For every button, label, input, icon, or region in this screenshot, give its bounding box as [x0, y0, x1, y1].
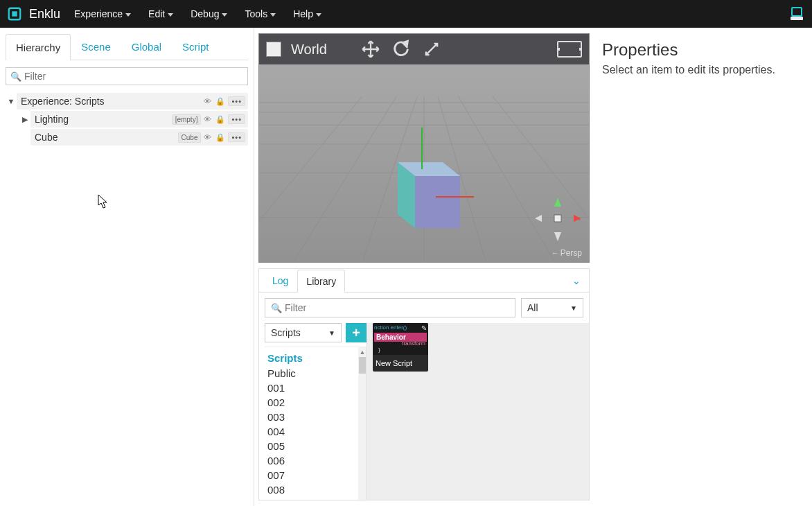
list-item[interactable]: Public: [265, 366, 367, 381]
search-icon: 🔍: [271, 303, 282, 313]
tab-library[interactable]: Library: [297, 270, 345, 293]
list-item[interactable]: 006: [265, 453, 367, 468]
top-menubar: Enklu Experience Edit Debug Tools Help: [0, 0, 812, 28]
main-menu: Experience Edit Debug Tools Help: [74, 8, 321, 19]
more-button[interactable]: •••: [228, 114, 245, 124]
scroll-up-icon[interactable]: ▲: [358, 347, 367, 357]
tree-item-label: Cube: [35, 132, 58, 143]
viewport-toolbar: World: [259, 34, 589, 64]
caret-icon: [222, 13, 227, 17]
behavior-badge: Behavior: [374, 333, 427, 342]
properties-panel: Properties Select an item to edit its pr…: [594, 28, 812, 506]
menu-experience[interactable]: Experience: [74, 8, 131, 19]
move-tool-icon[interactable]: [360, 39, 381, 60]
chevron-down-icon[interactable]: ⌄: [568, 271, 585, 290]
edit-icon: ✎: [421, 324, 427, 332]
tab-log[interactable]: Log: [263, 269, 297, 292]
tab-script[interactable]: Script: [172, 33, 219, 60]
cube-object[interactable]: [370, 128, 474, 238]
collapse-icon[interactable]: ▼: [6, 97, 17, 105]
tree-item-lighting[interactable]: ▶ Lighting [empty] 👁 🔒 •••: [6, 110, 248, 128]
script-name: New Script: [373, 355, 428, 372]
orientation-gizmo[interactable]: x: [533, 194, 582, 243]
svg-marker-19: [415, 176, 460, 228]
left-tabs: Hierarchy Scene Global Script: [6, 33, 248, 60]
brand-label: Enklu: [29, 7, 60, 21]
menu-edit[interactable]: Edit: [148, 8, 173, 19]
list-item[interactable]: 005: [265, 439, 367, 453]
menu-debug[interactable]: Debug: [191, 8, 227, 19]
tree-item-label: Lighting: [35, 114, 69, 125]
script-asset-card[interactable]: nction enter() Behavior ✎ transform } Ne…: [373, 323, 428, 372]
list-item[interactable]: 008: [265, 482, 367, 497]
rotate-tool-icon[interactable]: [391, 39, 412, 60]
library-content: nction enter() Behavior ✎ transform } Ne…: [367, 323, 589, 500]
caret-icon: [316, 13, 321, 17]
list-item[interactable]: 007: [265, 468, 367, 482]
visibility-icon[interactable]: 👁: [202, 97, 213, 105]
svg-rect-1: [12, 11, 17, 16]
scrollbar[interactable]: ▲: [358, 347, 367, 500]
lock-icon[interactable]: 🔒: [214, 97, 227, 106]
hierarchy-tree: ▼ Experience: Scripts 👁 🔒 ••• ▶ Lighting…: [6, 92, 248, 146]
list-item[interactable]: 003: [265, 410, 367, 424]
svg-marker-28: [403, 41, 407, 46]
lock-icon[interactable]: 🔒: [214, 133, 227, 142]
viewport-3d[interactable]: x Persp World: [258, 33, 590, 263]
caret-icon: [270, 13, 276, 17]
device-icon[interactable]: [788, 6, 805, 22]
bottom-panel: Log Library ⌄ 🔍 All▼ Scripts▼: [258, 268, 590, 500]
list-item[interactable]: 004: [265, 424, 367, 439]
library-sidebar: Scripts▼ + Scripts Public 001 002 003 00…: [259, 323, 367, 500]
properties-message: Select an item to edit its properties.: [602, 64, 804, 76]
svg-line-10: [259, 96, 362, 262]
properties-title: Properties: [602, 40, 804, 60]
app-logo-icon: [7, 6, 22, 21]
svg-marker-26: [554, 232, 561, 241]
tab-scene[interactable]: Scene: [71, 33, 121, 60]
frame-tool-icon[interactable]: [557, 41, 582, 58]
more-button[interactable]: •••: [228, 132, 245, 142]
svg-rect-22: [554, 215, 561, 222]
selection-checkbox[interactable]: [266, 42, 281, 57]
mouse-cursor-icon: [98, 194, 109, 209]
empty-badge: [empty]: [172, 114, 202, 125]
menu-help[interactable]: Help: [293, 8, 321, 19]
expand-icon[interactable]: ▶: [19, 115, 30, 124]
library-filter-input[interactable]: [285, 302, 509, 313]
scroll-thumb[interactable]: [359, 357, 366, 374]
viewport-title: World: [291, 42, 327, 58]
library-type-select[interactable]: All▼: [521, 298, 583, 317]
tab-global[interactable]: Global: [121, 33, 172, 60]
library-filter[interactable]: 🔍: [265, 298, 515, 317]
list-item[interactable]: 002: [265, 395, 367, 410]
svg-rect-2: [792, 8, 802, 16]
hierarchy-filter[interactable]: 🔍: [6, 67, 248, 85]
scale-tool-icon[interactable]: [421, 39, 442, 60]
folder-list-header[interactable]: Scripts: [265, 350, 367, 366]
lock-icon[interactable]: 🔒: [214, 115, 227, 124]
camera-label: Persp: [551, 248, 582, 258]
type-badge: Cube: [178, 132, 202, 143]
more-button[interactable]: •••: [228, 96, 245, 106]
folder-list: Scripts Public 001 002 003 004 005 006 0…: [265, 347, 367, 500]
hierarchy-filter-input[interactable]: [24, 71, 243, 82]
svg-marker-23: [554, 198, 561, 207]
tree-root[interactable]: ▼ Experience: Scripts 👁 🔒 •••: [6, 92, 248, 110]
list-item[interactable]: 001: [265, 381, 367, 395]
tab-hierarchy[interactable]: Hierarchy: [6, 34, 71, 60]
center-panel: x Persp World: [254, 28, 594, 506]
visibility-icon[interactable]: 👁: [202, 115, 213, 123]
add-button[interactable]: +: [346, 323, 367, 342]
svg-marker-25: [535, 215, 542, 222]
svg-text:x: x: [578, 216, 581, 222]
search-icon: 🔍: [10, 71, 21, 82]
menu-tools[interactable]: Tools: [245, 8, 276, 19]
caret-icon: [168, 13, 173, 17]
visibility-icon[interactable]: 👁: [202, 133, 213, 141]
tree-root-label: Experience: Scripts: [21, 96, 105, 107]
left-panel: Hierarchy Scene Global Script 🔍 ▼ Experi…: [0, 28, 254, 506]
svg-rect-3: [791, 17, 803, 20]
category-select[interactable]: Scripts▼: [265, 323, 342, 342]
tree-item-cube[interactable]: ▶ Cube Cube 👁 🔒 •••: [6, 128, 248, 146]
